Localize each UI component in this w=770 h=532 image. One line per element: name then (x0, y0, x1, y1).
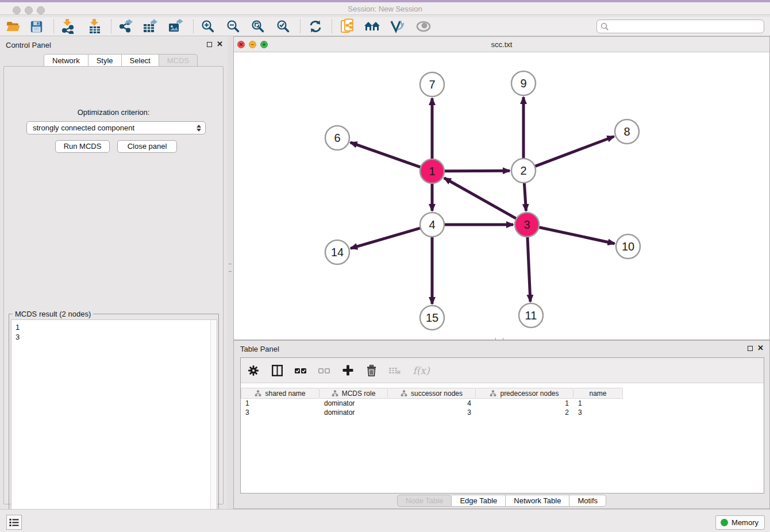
tab-mcds[interactable]: MCDS (159, 54, 198, 67)
houses-icon (364, 20, 381, 33)
tab-network[interactable]: Network (44, 54, 88, 67)
edge-3-11[interactable] (528, 237, 530, 302)
table-mode-button[interactable] (247, 364, 260, 377)
cell-predecessor-nodes[interactable]: 2 (476, 408, 573, 417)
columns-icon (272, 365, 283, 376)
save-icon (30, 21, 43, 33)
control-panel-close-icon[interactable]: ✕ (217, 41, 223, 47)
import-network-button[interactable] (57, 17, 79, 36)
node-label-9: 9 (520, 77, 526, 90)
first-neighbors-button[interactable] (361, 17, 383, 36)
delete-table-button[interactable] (388, 364, 402, 377)
edge-2-8[interactable] (535, 136, 614, 166)
select-all-button[interactable] (294, 364, 307, 377)
memory-button[interactable]: Memory (715, 515, 765, 530)
save-session-button[interactable] (25, 17, 47, 36)
export-network-button[interactable] (115, 17, 137, 36)
cell-successor-nodes[interactable]: 4 (388, 399, 476, 408)
column-header-name[interactable]: name (573, 388, 623, 399)
status-bar: Memory (0, 509, 770, 532)
cell-shared-name[interactable]: 3 (241, 408, 319, 417)
open-session-button[interactable] (2, 17, 24, 36)
export-network-icon (118, 19, 133, 34)
function-builder-button[interactable]: f(x) (411, 364, 431, 377)
edge-3-10[interactable] (539, 227, 615, 244)
network-canvas[interactable]: 7968124314101511 (234, 52, 769, 340)
node-table-container: f(x) shared nameMCDS rolesuccessor nodes… (240, 357, 764, 494)
tab-node-table[interactable]: Node Table (397, 495, 452, 507)
tab-select[interactable]: Select (122, 54, 159, 67)
tab-style[interactable]: Style (88, 54, 122, 67)
edge-1-2[interactable] (444, 171, 510, 171)
main-toolbar (0, 17, 770, 36)
export-table-icon (143, 19, 158, 34)
tab-edge-table[interactable]: Edge Table (452, 495, 506, 507)
hide-graphics-details-button[interactable] (387, 17, 409, 36)
edge-2-3[interactable] (524, 183, 526, 211)
cell-name[interactable]: 3 (573, 408, 623, 417)
node-label-11: 11 (525, 309, 537, 322)
network-window-titlebar[interactable]: ✕ − + scc.txt (234, 37, 769, 52)
edge-4-14[interactable] (351, 228, 421, 248)
deselect-all-button[interactable] (317, 364, 331, 377)
refresh-network-button[interactable] (305, 17, 326, 36)
tab-network-table[interactable]: Network Table (506, 495, 569, 507)
column-header-shared-name[interactable]: shared name (241, 388, 319, 399)
edge-3-1[interactable] (444, 178, 517, 219)
cell-mcds-role[interactable]: dominator (319, 399, 388, 408)
zoom-fit-button[interactable] (247, 17, 269, 36)
toolbar-separator (53, 20, 54, 33)
table-row-1[interactable]: 1dominator411 (241, 399, 764, 408)
node-label-3: 3 (523, 218, 530, 231)
result-scrollbar[interactable] (210, 320, 217, 529)
cell-successor-nodes[interactable]: 3 (388, 408, 476, 417)
duplicate-network-button[interactable] (337, 17, 359, 36)
cell-shared-name[interactable]: 1 (241, 399, 319, 408)
close-panel-button[interactable]: Close panel (117, 140, 177, 153)
cell-name[interactable]: 1 (573, 399, 623, 408)
birds-eye-view-button[interactable] (413, 17, 434, 36)
toolbar-separator (332, 20, 332, 33)
zoom-out-button[interactable] (222, 17, 244, 36)
table-row-2[interactable]: 3dominator323 (241, 408, 764, 417)
trash-icon (367, 365, 376, 376)
network-view-window: ✕ − + scc.txt 7968124314101511 (233, 36, 770, 340)
export-table-button[interactable] (140, 17, 161, 36)
show-columns-button[interactable] (270, 364, 284, 377)
task-history-button[interactable] (6, 515, 22, 530)
delete-columns-button[interactable] (364, 364, 378, 377)
create-column-button[interactable] (341, 364, 355, 377)
dropdown-stepper-icon (195, 124, 202, 133)
duplicate-network-icon (340, 18, 355, 34)
control-panel-float-icon[interactable] (207, 42, 212, 47)
zoom-in-button[interactable] (197, 17, 219, 36)
node-label-1: 1 (429, 165, 435, 178)
column-header-predecessor-nodes[interactable]: predecessor nodes (476, 388, 573, 399)
import-table-button[interactable] (84, 17, 106, 36)
table-panel-close-icon[interactable]: ✕ (757, 345, 764, 351)
zoom-in-icon (201, 20, 215, 33)
search-input[interactable] (611, 22, 764, 30)
checked-boxes-icon (294, 366, 307, 375)
run-mcds-button[interactable]: Run MCDS (55, 140, 110, 153)
mcds-result-area[interactable]: 1 3 (11, 319, 217, 529)
cell-predecessor-nodes[interactable]: 1 (476, 399, 573, 408)
zoom-selected-button[interactable] (272, 17, 294, 36)
search-field[interactable] (596, 20, 764, 33)
window-titlebar: Session: New Session (0, 0, 770, 15)
table-panel-float-icon[interactable] (748, 346, 753, 351)
table-panel: Table Panel ✕ (233, 340, 770, 509)
table-toolbar: f(x) (241, 358, 764, 383)
zoom-selected-icon (276, 20, 290, 33)
node-label-2: 2 (520, 164, 526, 177)
edge-1-6[interactable] (351, 142, 421, 167)
panel-splitter[interactable] (228, 36, 233, 509)
export-image-button[interactable] (165, 17, 187, 36)
cell-mcds-role[interactable]: dominator (319, 408, 388, 417)
column-header-mcds-role[interactable]: MCDS role (319, 388, 388, 399)
tab-motifs[interactable]: Motifs (569, 495, 606, 507)
criterion-dropdown[interactable]: strongly connected component (26, 121, 206, 134)
node-label-10: 10 (622, 240, 634, 253)
column-header-successor-nodes[interactable]: successor nodes (388, 388, 476, 399)
hierarchy-icon (401, 390, 407, 396)
